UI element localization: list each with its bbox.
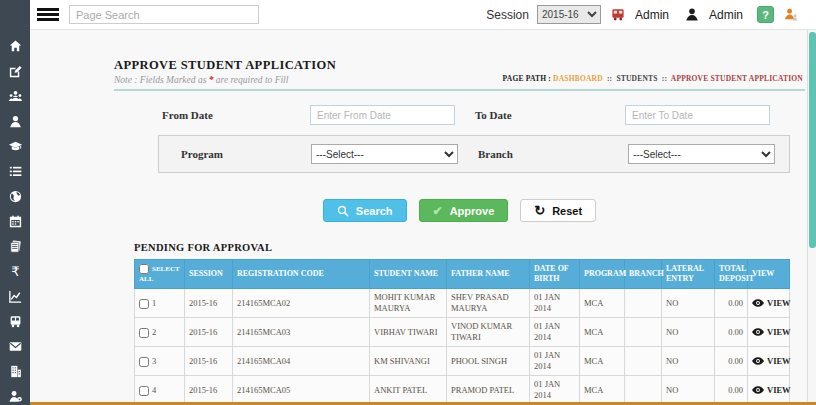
col-header-select-all: SELECT ALL [135,260,185,289]
to-date-input[interactable] [625,105,770,125]
view-link[interactable]: VIEW [752,298,785,309]
branch-cell [625,318,662,347]
row-checkbox[interactable] [139,299,149,309]
breadcrumb-dashboard-link[interactable]: DASHBOARD [553,74,603,83]
table-row: 32015-16214165MCA04KM SHIVANGIPHOOL SING… [135,347,790,376]
building-icon[interactable] [7,363,23,379]
user-admin-label[interactable]: Admin [709,8,743,22]
session-cell: 2015-16 [185,289,233,318]
table-row: 22015-16214165MCA03VIBHAV TIWARIVINOD KU… [135,318,790,347]
session-cell: 2015-16 [185,318,233,347]
session-select[interactable]: 2015-16 [537,5,601,24]
view-link[interactable]: VIEW [752,327,785,338]
calendar-icon[interactable] [7,213,23,229]
session-cell: 2015-16 [185,347,233,376]
registration-code-cell: 214165MCA02 [233,289,370,318]
branch-cell [625,289,662,318]
to-date-label: To Date [475,109,625,121]
registration-code-cell: 214165MCA03 [233,318,370,347]
date-of-birth-cell: 01 JAN 2014 [530,347,580,376]
page-title: APPROVE STUDENT APPLICATION [114,58,805,73]
documents-icon[interactable] [7,238,23,254]
main-content: APPROVE STUDENT APPLICATION Note : Field… [30,30,807,405]
graduation-cap-icon[interactable] [7,138,23,154]
action-buttons: Search ✔ Approve ↻ Reset [114,199,805,222]
table-row: 12015-16214165MCA02MOHIT KUMAR MAURYASHE… [135,289,790,318]
branch-cell [625,347,662,376]
col-header-student-name: STUDENT NAME [370,260,447,289]
search-button[interactable]: Search [323,199,407,222]
institute-bus-icon [609,7,627,23]
bus-icon[interactable] [7,313,23,329]
registration-code-cell: 214165MCA05 [233,376,370,405]
program-label: Program [181,148,311,160]
user-status-icon[interactable] [782,7,800,23]
svg-text:₹: ₹ [11,264,19,279]
total-deposit-cell: 0.00 [715,347,748,376]
menu-toggle-icon[interactable] [37,6,59,23]
row-checkbox[interactable] [139,328,149,338]
col-header-view: VIEW [748,260,790,289]
total-deposit-cell: 0.00 [715,289,748,318]
rupee-icon[interactable]: ₹ [7,263,23,279]
view-link[interactable]: VIEW [752,356,785,367]
total-deposit-cell: 0.00 [715,376,748,405]
select-all-checkbox[interactable] [139,264,149,274]
col-header-lateral-entry: LATERAL ENTRY [662,260,715,289]
date-filter-row: From Date To Date [114,103,805,127]
user-icon[interactable] [7,113,23,129]
col-header-session: SESSION [185,260,233,289]
branch-cell [625,376,662,405]
table-body: 12015-16214165MCA02MOHIT KUMAR MAURYASHE… [135,289,790,405]
session-cell: 2015-16 [185,376,233,405]
student-name-cell: KM SHIVANGI [370,347,447,376]
pending-for-approval-title: PENDING FOR APPROVAL [134,242,805,253]
reset-button[interactable]: ↻ Reset [520,199,596,222]
program-cell: MCA [580,376,625,405]
date-of-birth-cell: 01 JAN 2014 [530,376,580,405]
col-header-date-of-birth: DATE OF BIRTH [530,260,580,289]
row-select-cell: 1 [135,289,185,318]
group-icon[interactable] [7,88,23,104]
branch-admin-label[interactable]: Admin [635,8,669,22]
total-deposit-cell: 0.00 [715,318,748,347]
mail-icon[interactable] [7,338,23,354]
approve-button[interactable]: ✔ Approve [419,199,509,222]
view-link[interactable]: VIEW [752,385,785,396]
compose-icon[interactable] [7,63,23,79]
lateral-entry-cell: NO [662,347,715,376]
chart-icon[interactable] [7,288,23,304]
date-of-birth-cell: 01 JAN 2014 [530,289,580,318]
user-settings-icon[interactable] [7,388,23,404]
student-name-cell: ANKIT PATEL [370,376,447,405]
help-button[interactable]: ? [757,6,774,23]
registration-code-cell: 214165MCA04 [233,347,370,376]
row-select-cell: 3 [135,347,185,376]
student-name-cell: MOHIT KUMAR MAURYA [370,289,447,318]
view-cell: VIEW [748,347,790,376]
scrollbar-thumb[interactable] [809,32,816,248]
breadcrumb-students-link[interactable]: STUDENTS [616,74,657,83]
refresh-icon: ↻ [534,203,545,218]
check-icon: ✔ [433,204,443,218]
father-name-cell: PHOOL SINGH [447,347,530,376]
topbar: Session 2015-16 Admin Admin ? [30,0,816,30]
from-date-input[interactable] [310,105,455,125]
globe-icon[interactable] [7,188,23,204]
father-name-cell: SHEV PRASAD MAURYA [447,289,530,318]
table-row: 42015-16214165MCA05ANKIT PATELPRAMOD PAT… [135,376,790,405]
program-select[interactable]: ---Select--- [311,144,458,164]
col-header-program: PROGRAM [580,260,625,289]
view-cell: VIEW [748,376,790,405]
sidebar: ₹ [0,0,30,405]
branch-select[interactable]: ---Select--- [628,144,775,164]
row-checkbox[interactable] [139,357,149,367]
home-icon[interactable] [7,38,23,54]
program-cell: MCA [580,289,625,318]
list-icon[interactable] [7,163,23,179]
page-search-input[interactable] [69,5,259,24]
row-select-cell: 2 [135,318,185,347]
user-icon [683,7,701,23]
row-checkbox[interactable] [139,386,149,396]
from-date-label: From Date [162,109,310,121]
